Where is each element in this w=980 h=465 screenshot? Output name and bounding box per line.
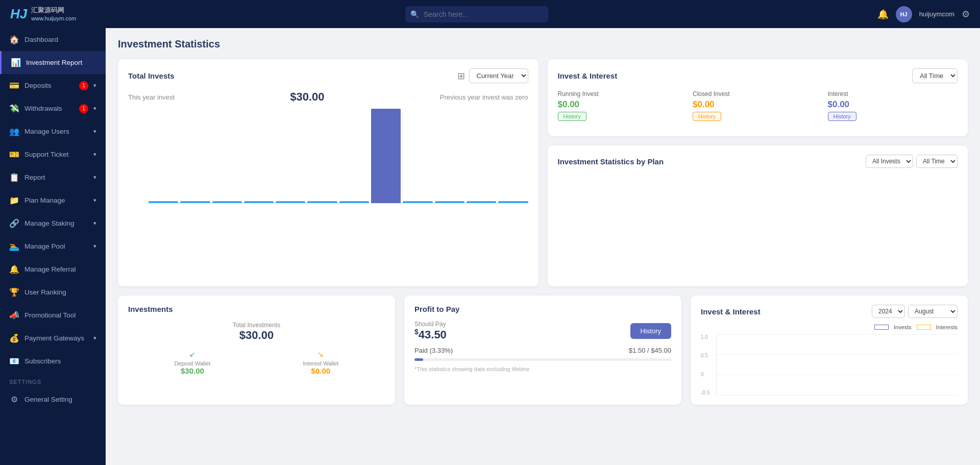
search-input[interactable] <box>405 6 548 22</box>
top-grid: Total Invests ⊞ Current Year All Time Th… <box>118 59 968 286</box>
deposit-wallet: ↙ Deposit Wallet $30.00 <box>175 350 211 375</box>
dashboard-icon: 🏠 <box>9 35 19 44</box>
y-label-3: 0 <box>701 372 709 377</box>
interest-col: Interest $0.00 History <box>828 90 958 121</box>
logo: HJ 汇聚源码网 www.huijuym.com <box>10 6 76 22</box>
total-invests-header: Total Invests ⊞ Current Year All Time Th… <box>128 68 528 83</box>
deposits-icon: 💳 <box>9 81 19 90</box>
sidebar-item-plan-manage[interactable]: 📁 Plan Manage ▾ <box>0 189 106 212</box>
profit-history-btn[interactable]: History <box>630 323 671 339</box>
profit-amount: $43.50 <box>414 328 447 341</box>
profit-progress-bar <box>414 358 671 361</box>
invest-interest-top-card: Invest & Interest All Time Running Inves… <box>548 59 968 136</box>
sidebar-item-manage-referral[interactable]: 🔔 Manage Referral <box>0 258 106 281</box>
paid-label: Paid (3.33%) <box>414 347 453 354</box>
ii-month-select[interactable]: JanuaryFebruaryMarch AprilMayJune JulyAu… <box>908 305 958 318</box>
logo-url: www.huijuym.com <box>31 15 76 22</box>
sidebar-item-withdrawals[interactable]: 💸 Withdrawals 1 ▾ <box>0 97 106 120</box>
gridline-mid2 <box>717 375 958 375</box>
plan-manage-icon: 📁 <box>9 195 19 205</box>
investment-by-plan-card: Investment Statistics by Plan All Invest… <box>548 145 968 286</box>
logo-cn: 汇聚源码网 <box>31 6 76 15</box>
right-column: Invest & Interest All Time Running Inves… <box>548 59 968 286</box>
withdrawals-arrow: ▾ <box>93 105 96 112</box>
plan-selects: All Invests All Time <box>866 155 958 168</box>
profit-progress-fill <box>414 358 423 361</box>
topnav-right: 🔔 HJ huijuymcom ⚙ <box>877 6 970 22</box>
invest-interest-top-filter[interactable]: All Time <box>912 68 958 83</box>
manage-users-arrow: ▾ <box>93 128 96 135</box>
ii-row: Running Invest $0.00 History Closed Inve… <box>558 90 958 121</box>
invest-interest-top-title: Invest & Interest <box>558 71 618 80</box>
logo-text: 汇聚源码网 www.huijuym.com <box>31 6 76 22</box>
plan-filter-select[interactable]: All Invests <box>866 155 913 168</box>
sidebar-item-payment-gateways[interactable]: 💰 Payment Gateways ▾ <box>0 327 106 350</box>
bell-icon[interactable]: 🔔 <box>877 9 889 20</box>
manage-users-icon: 👥 <box>9 127 19 136</box>
sidebar-item-deposits[interactable]: 💳 Deposits 1 ▾ <box>0 74 106 97</box>
sidebar-item-promotional-tool[interactable]: 📣 Promotional Tool <box>0 304 106 327</box>
inv-total-val: $30.00 <box>128 329 385 342</box>
report-arrow: ▾ <box>93 174 96 181</box>
ti-summary: This year invest $30.00 Previous year in… <box>128 90 528 104</box>
ii-bottom-header: Invest & Interest 2024 2023 JanuaryFebru… <box>701 305 958 318</box>
interest-wallet-arrow: ↘ <box>303 350 338 358</box>
avatar: HJ <box>896 6 912 22</box>
sidebar-item-dashboard[interactable]: 🏠 Dashboard <box>0 28 106 51</box>
ii-chart-area: 1.0 0.5 0 -0.5 <box>701 334 958 396</box>
sidebar-label-withdrawals: Withdrawals <box>24 105 74 112</box>
plan-manage-arrow: ▾ <box>93 197 96 204</box>
interest-history-btn[interactable]: History <box>828 112 856 121</box>
bar-jan <box>149 201 178 203</box>
sidebar-label-investment-report: Investment Report <box>26 59 96 66</box>
manage-staking-arrow: ▾ <box>93 220 96 227</box>
sidebar-label-plan-manage: Plan Manage <box>24 197 88 204</box>
sidebar-item-report[interactable]: 📋 Report ▾ <box>0 166 106 189</box>
total-invests-filter: ⊞ Current Year All Time This Month Last … <box>457 68 528 83</box>
plan-time-select[interactable]: All Time <box>916 155 958 168</box>
sidebar-item-investment-report[interactable]: 📊 Investment Report <box>0 51 106 74</box>
this-year-label: This year invest <box>128 93 175 101</box>
interest-wallet-val: $0.00 <box>303 366 338 375</box>
sidebar-item-manage-pool[interactable]: 🏊 Manage Pool ▾ <box>0 235 106 258</box>
search-icon: 🔍 <box>410 10 419 18</box>
y-label-2: 0.5 <box>701 353 709 358</box>
year-filter-select[interactable]: Current Year All Time This Month Last Mo… <box>469 68 528 83</box>
deposit-wallet-arrow: ↙ <box>175 350 211 358</box>
ii-year-select[interactable]: 2024 2023 <box>872 305 905 318</box>
settings-icon[interactable]: ⚙ <box>962 9 970 20</box>
interest-wallet: ↘ Interest Wallet $0.00 <box>303 350 338 375</box>
gridline-bottom <box>717 395 958 396</box>
sidebar-label-manage-pool: Manage Pool <box>24 242 88 250</box>
running-invest-history-btn[interactable]: History <box>558 112 586 121</box>
profit-card-title: Profit to Pay <box>414 305 459 313</box>
deposit-wallet-val: $30.00 <box>175 366 211 375</box>
inv-wallets: ↙ Deposit Wallet $30.00 ↘ Interest Walle… <box>128 350 385 375</box>
logo-hj: HJ <box>10 6 27 22</box>
closed-invest-label: Closed Invest <box>693 90 823 97</box>
sidebar-item-manage-staking[interactable]: 🔗 Manage Staking ▾ <box>0 212 106 235</box>
sidebar-item-manage-users[interactable]: 👥 Manage Users ▾ <box>0 120 106 143</box>
settings-section-label: SETTINGS <box>0 373 106 388</box>
profit-note: *This statistics showing data excluding … <box>414 366 671 372</box>
total-invests-card: Total Invests ⊞ Current Year All Time Th… <box>118 59 538 286</box>
sidebar-item-general-setting[interactable]: ⚙ General Setting <box>0 388 106 411</box>
investment-report-icon: 📊 <box>11 58 21 67</box>
closed-invest-history-btn[interactable]: History <box>693 112 721 121</box>
invest-interest-top-header: Invest & Interest All Time <box>558 68 958 83</box>
ii-year-selects: 2024 2023 JanuaryFebruaryMarch AprilMayJ… <box>872 305 958 318</box>
support-ticket-arrow: ▾ <box>93 151 96 158</box>
user-ranking-icon: 🏆 <box>9 287 19 297</box>
sidebar-item-support-ticket[interactable]: 🎫 Support Ticket ▾ <box>0 143 106 166</box>
search-wrap: 🔍 <box>405 6 548 22</box>
report-icon: 📋 <box>9 173 19 182</box>
subscribers-icon: 📧 <box>9 356 19 366</box>
bar-dec <box>498 201 528 203</box>
profit-amount-sup: $ <box>414 328 419 336</box>
topnav: HJ 汇聚源码网 www.huijuym.com 🔍 🔔 HJ huijuymc… <box>0 0 980 28</box>
closed-invest-col: Closed Invest $0.00 History <box>693 90 823 121</box>
sidebar-item-subscribers[interactable]: 📧 Subscribers <box>0 350 106 373</box>
bar-feb <box>180 201 210 203</box>
sidebar-item-user-ranking[interactable]: 🏆 User Ranking <box>0 281 106 304</box>
expand-icon[interactable]: ⊞ <box>457 70 465 82</box>
